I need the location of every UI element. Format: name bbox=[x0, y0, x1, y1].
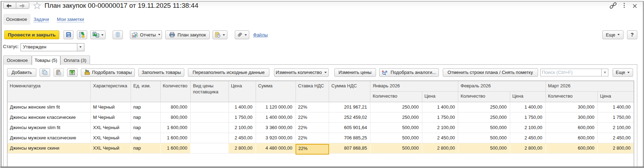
svg-text:B: B bbox=[386, 70, 388, 73]
